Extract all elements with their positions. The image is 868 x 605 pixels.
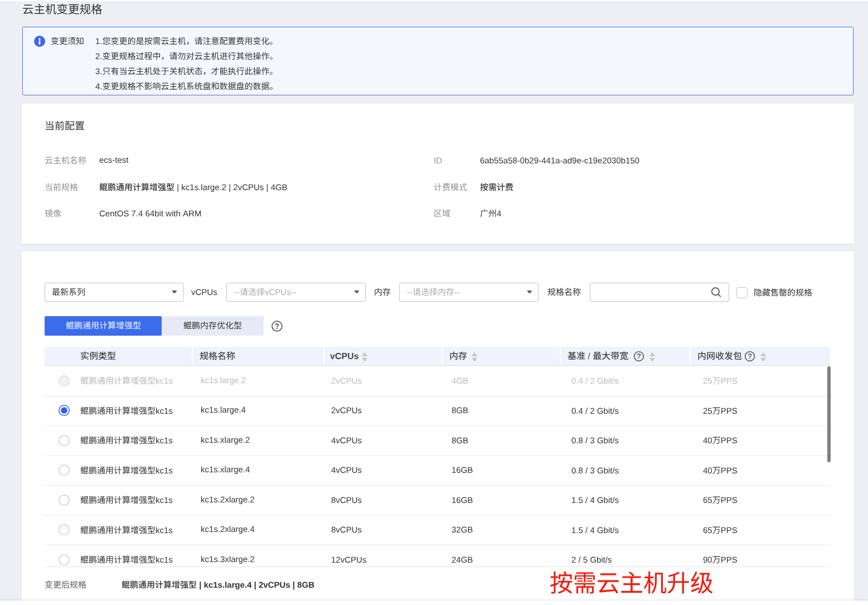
svg-text:?: ? [274, 322, 279, 331]
svg-text:?: ? [748, 352, 752, 360]
svg-text:?: ? [637, 352, 641, 360]
